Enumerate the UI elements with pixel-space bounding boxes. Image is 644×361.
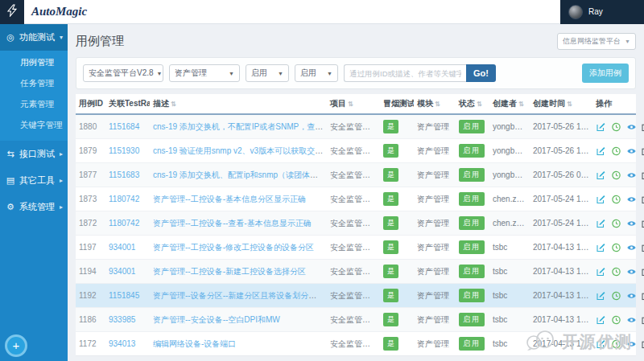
view-icon[interactable] (626, 195, 637, 204)
testrail-link[interactable]: 934001 (109, 267, 135, 276)
status-filter-select[interactable]: 启用 ▼ (246, 64, 289, 82)
history-icon[interactable] (611, 267, 621, 277)
sidebar-item-other-tools[interactable]: ▤ 其它工具 ▸ (0, 167, 68, 194)
column-header[interactable]: 描述⇅ (150, 94, 327, 114)
sidebar-item-keyword-management[interactable]: 关键字管理 (0, 115, 68, 136)
case-description-link[interactable]: cns-19 验证使用snmp v2、v3版本可以获取交换机的接口状态，v1版本… (153, 146, 327, 155)
view-icon[interactable] (626, 219, 637, 228)
history-icon[interactable] (611, 146, 621, 156)
column-header[interactable]: 用例ID▼ (76, 94, 105, 114)
view-icon[interactable] (626, 267, 637, 277)
add-floating-button[interactable]: + (5, 334, 27, 357)
copy-icon[interactable] (641, 267, 644, 277)
view-icon[interactable] (626, 170, 637, 180)
table-row[interactable]: 1194 934001 资产管理--工控设备-新建工控设备选择分区 安全监管平台… (76, 260, 636, 284)
case-description-link[interactable]: 资产管理--安全设备--空白DPI和MW (153, 315, 280, 324)
go-button[interactable]: Go! (466, 64, 496, 82)
column-header[interactable]: 冒烟测试⇅ (380, 94, 414, 114)
column-header[interactable]: 模块⇅ (414, 94, 456, 114)
view-icon[interactable] (626, 146, 637, 156)
sidebar-item-element-management[interactable]: 元素管理 (0, 94, 68, 115)
testrail-link[interactable]: 1151683 (109, 170, 139, 179)
copy-icon[interactable] (641, 291, 644, 301)
copy-icon[interactable] (641, 122, 644, 132)
table-row[interactable]: 1879 1151930 cns-19 验证使用snmp v2、v3版本可以获取… (76, 139, 636, 163)
sort-icon[interactable]: ⇅ (567, 101, 572, 108)
case-description-link[interactable]: cns-19 添加交换机、配置ip和snmp（读团体名、端口），点击保存，M… (153, 170, 327, 179)
sort-icon[interactable]: ⇅ (171, 101, 176, 108)
project-filter-select[interactable]: 安全监管平台V2.8 ▼ (83, 64, 163, 82)
history-icon[interactable] (611, 122, 621, 132)
testrail-link[interactable]: 1151930 (109, 146, 139, 155)
testrail-link[interactable]: 1180742 (109, 195, 139, 203)
case-description-link[interactable]: 资产管理--工控设备-基本信息分区显示正确 (153, 195, 306, 203)
table-row[interactable]: 1192 1151845 资产管理--设备分区--新建分区且将设备划分至设备分区… (76, 284, 636, 308)
history-icon[interactable] (611, 243, 621, 252)
case-description-link[interactable]: 资产管理--设备分区--新建分区且将设备划分至设备分区 (153, 291, 327, 300)
column-header[interactable]: 创建时间⇅ (530, 94, 592, 114)
edit-icon[interactable] (596, 146, 606, 156)
case-description-link[interactable]: 资产管理--工控设备-修改工控设备的设备分区 (153, 243, 314, 252)
sort-icon[interactable]: ⇅ (477, 101, 482, 108)
edit-icon[interactable] (596, 267, 606, 277)
testrail-link[interactable]: 1151845 (109, 291, 139, 300)
search-input[interactable] (344, 64, 466, 82)
copy-icon[interactable] (641, 219, 644, 228)
environment-select[interactable]: 信息网络监管平台 ▼ (557, 33, 636, 50)
history-icon[interactable] (611, 195, 621, 204)
view-icon[interactable] (626, 291, 637, 301)
table-row[interactable]: 1873 1180742 资产管理--工控设备-基本信息分区显示正确 安全监管平… (76, 187, 636, 211)
copy-icon[interactable] (641, 243, 644, 252)
sidebar-item-functional-test[interactable]: ◎ 功能测试 ▾ (0, 24, 68, 51)
sidebar-item-task-management[interactable]: 任务管理 (0, 73, 68, 94)
copy-icon[interactable] (641, 339, 644, 349)
table-row[interactable]: 1186 933985 资产管理--安全设备--空白DPI和MW 安全监管平台V… (76, 308, 636, 332)
column-header[interactable]: 操作 (592, 94, 636, 114)
sort-icon[interactable]: ▼ (105, 101, 105, 108)
sort-icon[interactable]: ⇅ (435, 101, 440, 108)
sort-icon[interactable]: ⇅ (518, 101, 524, 108)
testrail-link[interactable]: 1180742 (109, 219, 139, 228)
sort-icon[interactable]: ⇅ (348, 101, 353, 108)
view-icon[interactable] (626, 122, 637, 132)
module-filter-select[interactable]: 资产管理 ▼ (169, 64, 240, 82)
edit-icon[interactable] (596, 195, 606, 204)
smoke-filter-select[interactable]: 启用 ▼ (295, 64, 338, 82)
edit-icon[interactable] (596, 315, 606, 325)
copy-icon[interactable] (641, 195, 644, 204)
user-menu[interactable]: Ray (560, 0, 644, 24)
sidebar-item-system-management[interactable]: ⚙ 系统管理 ▸ (0, 194, 68, 220)
testrail-link[interactable]: 934013 (109, 339, 135, 348)
edit-icon[interactable] (596, 122, 606, 132)
column-header[interactable]: 创建者⇅ (489, 94, 530, 114)
edit-icon[interactable] (596, 170, 606, 180)
testrail-link[interactable]: 1151684 (109, 122, 139, 131)
edit-icon[interactable] (596, 243, 606, 252)
add-case-button[interactable]: 添加用例 (582, 64, 629, 83)
sidebar-item-api-test[interactable]: ⇆ 接口测试 ▸ (0, 141, 68, 167)
column-header[interactable]: 状态⇅ (456, 94, 489, 114)
case-description-link[interactable]: 资产管理--工控设备--查看-基本信息显示正确 (153, 219, 312, 228)
case-description-link[interactable]: 编辑网络设备-设备端口 (153, 339, 236, 348)
case-description-link[interactable]: 资产管理--工控设备-新建工控设备选择分区 (153, 267, 306, 276)
table-row[interactable]: 1877 1151683 cns-19 添加交换机、配置ip和snmp（读团体名… (76, 163, 636, 187)
app-logo[interactable] (0, 0, 24, 24)
view-icon[interactable] (626, 315, 637, 325)
testrail-link[interactable]: 934001 (109, 243, 135, 252)
column-header[interactable]: 关联TestRail⇅ (105, 94, 150, 114)
table-row[interactable]: 1197 934001 资产管理--工控设备-修改工控设备的设备分区 安全监管平… (76, 236, 636, 260)
case-description-link[interactable]: cns-19 添加交换机，不配置IP或者SNMP，查看MW界面是否轮询polli… (153, 122, 327, 131)
copy-icon[interactable] (641, 315, 644, 325)
sidebar-item-case-management[interactable]: 用例管理 (0, 52, 68, 73)
history-icon[interactable] (611, 315, 621, 325)
table-row[interactable]: 1872 1180742 资产管理--工控设备--查看-基本信息显示正确 安全监… (76, 211, 636, 236)
copy-icon[interactable] (641, 170, 644, 180)
copy-icon[interactable] (641, 146, 644, 156)
history-icon[interactable] (611, 291, 621, 301)
view-icon[interactable] (626, 243, 637, 252)
edit-icon[interactable] (596, 291, 606, 301)
column-header[interactable]: 项目⇅ (327, 94, 380, 114)
history-icon[interactable] (611, 219, 621, 228)
history-icon[interactable] (611, 170, 621, 180)
testrail-link[interactable]: 933985 (109, 315, 135, 324)
